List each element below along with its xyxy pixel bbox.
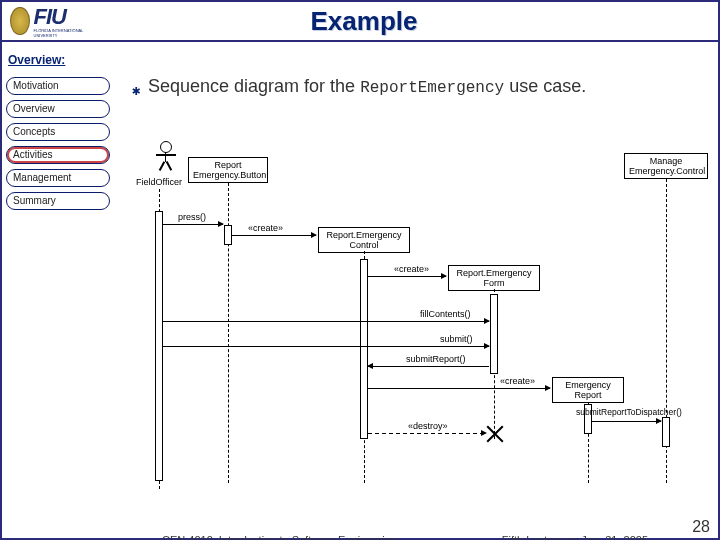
lifeline-emergency-report: Emergency Report <box>552 377 624 403</box>
description-code: ReportEmergency <box>360 79 504 97</box>
logo-seal-icon <box>10 7 30 35</box>
arrow-submit <box>163 346 489 347</box>
msg-submitreport: submitReport() <box>406 354 466 364</box>
msg-destroy: «destroy» <box>408 421 448 431</box>
lifeline-report-form: Report.Emergency Form <box>448 265 540 291</box>
description: Sequence diagram for the ReportEmergency… <box>148 75 698 99</box>
slide: FIU FLORIDA INTERNATIONAL UNIVERSITY Exa… <box>0 0 720 540</box>
msg-create3: «create» <box>500 376 535 386</box>
msg-fill: fillContents() <box>420 309 471 319</box>
msg-submit: submit() <box>440 334 473 344</box>
footer-left: CEN 4010: Introduction to Software Engin… <box>162 534 397 540</box>
nav-activities[interactable]: Activities <box>6 146 110 164</box>
lifeline-report-button: Report Emergency.Button <box>188 157 268 183</box>
nav-management[interactable]: Management <box>6 169 110 187</box>
arrow-create3 <box>368 388 550 389</box>
actor: FieldOfficer <box>146 141 185 187</box>
bullet-icon: ✱ <box>132 82 140 98</box>
activation-manage <box>662 417 670 447</box>
msg-create1: «create» <box>248 223 283 233</box>
arrow-destroy <box>368 433 486 434</box>
nav-concepts[interactable]: Concepts <box>6 123 110 141</box>
nav-motivation[interactable]: Motivation <box>6 77 110 95</box>
description-suffix: use case. <box>504 76 586 96</box>
arrow-press <box>163 224 223 225</box>
title-bar: FIU FLORIDA INTERNATIONAL UNIVERSITY Exa… <box>2 2 718 42</box>
nav-summary[interactable]: Summary <box>6 192 110 210</box>
logo: FIU FLORIDA INTERNATIONAL UNIVERSITY <box>8 3 84 39</box>
msg-dispatcher: submitReportToDispatcher() <box>576 407 682 417</box>
lifeline-report-control: Report.Emergency Control <box>318 227 410 253</box>
activation-control <box>360 259 368 439</box>
logo-subtext: FLORIDA INTERNATIONAL UNIVERSITY <box>34 28 84 38</box>
sidebar: MotivationOverviewConceptsActivitiesMana… <box>6 77 110 215</box>
activation-actor <box>155 211 163 481</box>
msg-press: press() <box>178 212 206 222</box>
logo-text: FIU <box>34 4 66 29</box>
arrow-dispatcher <box>592 421 661 422</box>
destroy-x-icon <box>486 425 504 443</box>
arrow-submitreport <box>368 366 489 367</box>
msg-create2: «create» <box>394 264 429 274</box>
page-title: Example <box>90 6 638 37</box>
section-label: Overview: <box>8 53 65 67</box>
nav-overview[interactable]: Overview <box>6 100 110 118</box>
slide-body: Overview: MotivationOverviewConceptsActi… <box>2 47 718 538</box>
sequence-diagram: FieldOfficer Report Emergency.Button Rep… <box>120 139 710 529</box>
actor-label: FieldOfficer <box>133 177 185 187</box>
arrow-create2 <box>368 276 446 277</box>
activation-form <box>490 294 498 374</box>
description-prefix: Sequence diagram for the <box>148 76 360 96</box>
arrow-create1 <box>232 235 316 236</box>
arrow-fill <box>163 321 489 322</box>
activation-button <box>224 225 232 245</box>
page-number: 28 <box>692 518 710 536</box>
stick-figure-icon <box>153 141 179 175</box>
lifeline-manage-control: Manage Emergency.Control <box>624 153 708 179</box>
footer-right: Fifth Lecture on Jan. 31, 2005 <box>502 534 648 540</box>
